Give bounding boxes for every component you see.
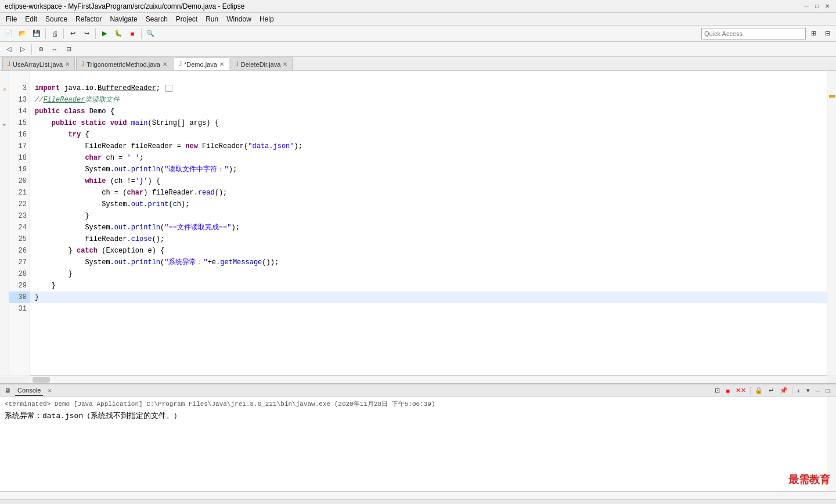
- menu-project[interactable]: Project: [172, 14, 201, 24]
- code-comment: //: [35, 96, 43, 104]
- menu-edit[interactable]: Edit: [21, 14, 41, 24]
- terminate-button[interactable]: ✕✕: [734, 386, 748, 395]
- linenum17: 17: [9, 141, 30, 152]
- try-brace: {: [81, 131, 89, 139]
- java-file-icon3: J: [179, 61, 182, 67]
- menu-navigate[interactable]: Navigate: [106, 14, 140, 24]
- linenum3: 3: [9, 82, 30, 94]
- tab-close-icon2[interactable]: ✕: [163, 61, 167, 67]
- linenum30: 30: [9, 291, 30, 303]
- quick-access-input[interactable]: [701, 28, 806, 39]
- menu-window[interactable]: Window: [223, 14, 255, 24]
- code-line-18: char ch = ' ';: [30, 152, 827, 164]
- linenum23: 23: [9, 210, 30, 222]
- tab-close-icon3[interactable]: ✕: [219, 61, 224, 67]
- menu-bar: File Edit Source Refactor Navigate Searc…: [0, 13, 836, 26]
- code-area[interactable]: import java.io.BufferedReader; //FileRea…: [30, 71, 827, 375]
- tab-deletedir[interactable]: J DeleteDir.java ✕: [230, 57, 293, 70]
- console-toolbar: ⊡ ■ ✕✕ 🔒 ↵ 📌 + ▾ ─ □: [713, 386, 831, 395]
- stop-console-button[interactable]: ■: [724, 387, 732, 395]
- console-output-line: 系统异常：data.json（系统找不到指定的文件。）: [5, 411, 822, 421]
- code-line-16: try {: [30, 129, 827, 141]
- console-tab[interactable]: Console: [15, 386, 43, 396]
- new-file-button[interactable]: 📄: [2, 27, 15, 40]
- editor-hscroll[interactable]: [30, 375, 827, 383]
- word-wrap-button[interactable]: ↵: [767, 386, 776, 395]
- menu-file[interactable]: File: [2, 14, 20, 24]
- view-button[interactable]: ⊟: [821, 27, 834, 40]
- code-keyword: import: [35, 84, 60, 92]
- stop-button[interactable]: ■: [126, 27, 139, 40]
- kw-static: static: [81, 119, 106, 127]
- print-button[interactable]: 🖨: [48, 27, 61, 40]
- menu-run[interactable]: Run: [202, 14, 222, 24]
- clear-console-button[interactable]: ⊡: [713, 386, 722, 395]
- code-line-blank: [30, 71, 827, 82]
- save-button[interactable]: 💾: [30, 27, 43, 40]
- menu-help[interactable]: Help: [256, 14, 278, 24]
- tab-demo[interactable]: J *Demo.java ✕: [174, 57, 229, 70]
- annotation-col: [827, 71, 836, 375]
- open-button[interactable]: 📂: [16, 27, 29, 40]
- sys-dot: .: [127, 165, 131, 174]
- class-name-space: Demo {: [89, 107, 114, 116]
- menu-refactor[interactable]: Refactor: [72, 14, 105, 24]
- main-area: ⚠ ▸ 3 13 14 15 16 17 18 19 20 21 22 23 2…: [0, 71, 836, 375]
- tab-label4: DeleteDir.java: [241, 61, 280, 68]
- ch-semi: ;: [139, 154, 143, 162]
- maximize-button[interactable]: □: [813, 2, 821, 10]
- run-button[interactable]: ▶: [98, 27, 111, 40]
- kw-try: try: [69, 131, 81, 139]
- tab-close-icon[interactable]: ✕: [65, 61, 70, 67]
- status-bar: Writable Smart Insert 30 : 2: [0, 499, 836, 504]
- sep4: [141, 28, 142, 39]
- linenum: [9, 71, 30, 82]
- tab-trigonometric[interactable]: J TrigonometricMethod.java ✕: [76, 57, 172, 70]
- fr-new: FileReader(: [198, 142, 248, 150]
- code-normal: java.io.: [64, 84, 98, 92]
- tab-close-icon4[interactable]: ✕: [283, 61, 287, 67]
- view-menu-button[interactable]: ▾: [805, 386, 812, 395]
- kw-char2: char: [127, 189, 143, 197]
- debug-button[interactable]: 🐛: [112, 27, 125, 40]
- maximize-console-button[interactable]: □: [824, 387, 831, 395]
- line-numbers: 3 13 14 15 16 17 18 19 20 21 22 23 24 25…: [9, 71, 30, 375]
- menu-search[interactable]: Search: [142, 14, 171, 24]
- undo-button[interactable]: ↩: [66, 27, 79, 40]
- menu-source[interactable]: Source: [42, 14, 71, 24]
- console-header: 🖥 Console ✕ ⊡ ■ ✕✕ 🔒 ↵ 📌 + ▾ ─ □: [0, 384, 836, 397]
- sync-button[interactable]: ↔: [48, 43, 61, 56]
- redo-button[interactable]: ↪: [80, 27, 93, 40]
- hscroll-thumb[interactable]: [33, 377, 50, 383]
- code-line-21: ch = (char) fileReader.read();: [30, 187, 827, 199]
- perspectives-button[interactable]: ⊞: [807, 27, 820, 40]
- search-toolbar-button[interactable]: 🔍: [144, 27, 157, 40]
- str-brace: '}': [135, 177, 148, 185]
- fold-icon[interactable]: ▸: [3, 122, 6, 127]
- back-button[interactable]: ◁: [2, 43, 15, 56]
- console-hscroll[interactable]: [0, 491, 836, 499]
- code-line-29: }: [30, 280, 827, 291]
- gutter-row-import: ⚠: [2, 84, 7, 95]
- java-file-icon4: J: [236, 61, 239, 67]
- forward-button[interactable]: ▷: [16, 43, 29, 56]
- println-method: println: [131, 165, 160, 174]
- kw-catch: catch: [77, 247, 98, 255]
- tab-usearraylist[interactable]: J UseArrayList.java ✕: [2, 57, 75, 70]
- linenum18: 18: [9, 152, 30, 164]
- left-gutter: ⚠ ▸: [0, 71, 9, 375]
- filereader-type: FileReader fileReader =: [85, 142, 185, 150]
- pin-button[interactable]: 📌: [778, 386, 790, 395]
- expand-icon[interactable]: [165, 85, 172, 92]
- scroll-lock-button[interactable]: 🔒: [753, 386, 765, 395]
- code-line-14: public class Demo {: [30, 106, 827, 117]
- minimize-button[interactable]: ─: [802, 2, 810, 10]
- close-button[interactable]: ✕: [823, 2, 831, 10]
- linenum24: 24: [9, 222, 30, 233]
- collapse-button[interactable]: ⊟: [62, 43, 75, 56]
- java-file-icon2: J: [81, 61, 84, 67]
- minimize-console-button[interactable]: ─: [814, 387, 822, 395]
- new-console-button[interactable]: +: [795, 387, 802, 395]
- toolbar: 📄 📂 💾 🖨 ↩ ↪ ▶ 🐛 ■ 🔍 ⊞ ⊟: [0, 26, 836, 42]
- hierarchy-button[interactable]: ⊕: [34, 43, 47, 56]
